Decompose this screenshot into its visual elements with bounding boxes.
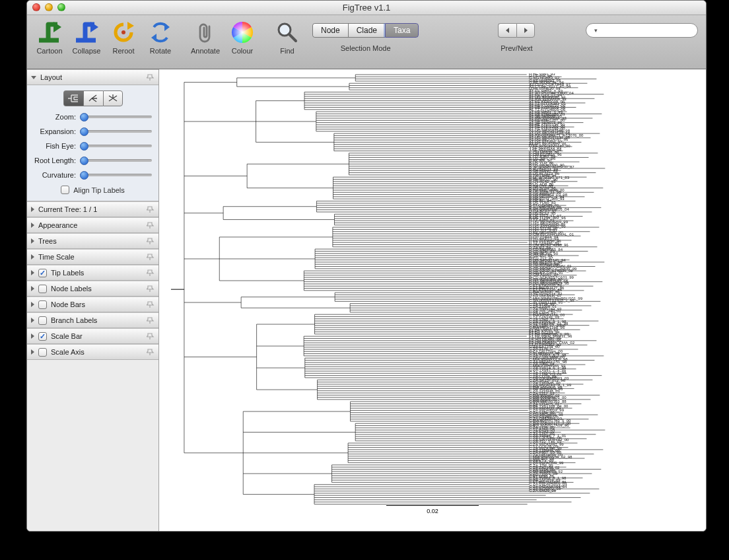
disclosure-closed-icon <box>31 349 34 355</box>
section-label: Trees <box>38 237 57 245</box>
annotate-button[interactable]: Annotate <box>187 17 224 55</box>
selection-mode-segmented[interactable]: Node Clade Taxa <box>312 23 419 38</box>
pin-icon[interactable] <box>147 269 155 277</box>
align-tip-labels-label: Align Tip Labels <box>73 186 125 194</box>
pin-icon[interactable] <box>147 300 155 308</box>
section-label: Time Scale <box>38 253 75 261</box>
app-window: FigTree v1.1 Cartoon <box>26 0 707 532</box>
titlebar: FigTree v1.1 <box>27 1 706 15</box>
cartoon-icon <box>36 19 63 46</box>
layout-style-segmented[interactable] <box>34 90 152 106</box>
section-label: Tip Labels <box>51 269 84 277</box>
annotate-label: Annotate <box>191 47 220 55</box>
scale-bar-value: 0.02 <box>386 508 479 514</box>
sidebar-section-node-bars[interactable]: Node Bars <box>27 297 158 312</box>
fisheye-slider-row: Fish Eye: <box>34 142 152 150</box>
section-checkbox[interactable] <box>38 316 47 325</box>
collapse-label: Collapse <box>73 47 101 55</box>
curvature-slider-label: Curvature: <box>34 171 76 179</box>
pin-icon[interactable] <box>147 348 155 356</box>
prevnext-segmented[interactable] <box>498 23 535 38</box>
zoom-slider[interactable] <box>80 116 152 118</box>
curvature-slider[interactable] <box>80 174 152 176</box>
zoom-slider-label: Zoom: <box>34 113 76 121</box>
sidebar-section-scale-bar[interactable]: Scale Bar <box>27 328 158 344</box>
disclosure-closed-icon <box>31 270 34 275</box>
selection-mode-clade[interactable]: Clade <box>348 23 385 38</box>
search-dropdown-icon[interactable]: ▾ <box>594 27 598 34</box>
section-checkbox[interactable] <box>38 300 47 309</box>
pin-icon[interactable] <box>147 73 155 81</box>
sidebar-section-node-labels[interactable]: Node Labels <box>27 281 158 297</box>
pin-icon[interactable] <box>147 332 155 340</box>
find-button[interactable]: Find <box>269 17 306 55</box>
cartoon-button[interactable]: Cartoon <box>31 17 68 55</box>
rootlength-slider-row: Root Length: <box>34 157 152 164</box>
collapse-icon <box>73 19 100 46</box>
sidebar: Layout Zoom: <box>27 69 159 531</box>
find-label: Find <box>280 47 294 55</box>
layout-rectangular-icon[interactable] <box>63 90 83 106</box>
layout-radial-icon[interactable] <box>103 90 123 106</box>
tip-labels-overlay: H.BE.V991_93 H.CF.056_96 G.NG.NG083_92 G… <box>529 73 702 498</box>
fisheye-slider[interactable] <box>80 145 152 147</box>
toolbar: Cartoon Collapse <box>27 15 706 69</box>
disclosure-closed-icon <box>31 318 34 323</box>
section-label: Scale Bar <box>51 332 83 340</box>
selection-mode-node[interactable]: Node <box>312 23 348 38</box>
sidebar-section-appearance[interactable]: Appearance <box>27 217 158 233</box>
disclosure-closed-icon <box>31 223 34 228</box>
pin-icon[interactable] <box>147 285 155 293</box>
minimize-window-button[interactable] <box>45 3 53 11</box>
reroot-label: Reroot <box>112 47 134 55</box>
rotate-label: Rotate <box>150 47 171 55</box>
paperclip-icon <box>192 19 219 46</box>
pin-icon[interactable] <box>147 221 155 229</box>
section-label: Node Bars <box>51 300 85 308</box>
rotate-button[interactable]: Rotate <box>142 17 179 55</box>
collapse-button[interactable]: Collapse <box>68 17 105 55</box>
search-field[interactable]: ▾ <box>586 23 698 38</box>
disclosure-closed-icon <box>31 238 34 244</box>
reroot-button[interactable]: Reroot <box>105 17 142 55</box>
section-checkbox[interactable] <box>38 269 47 277</box>
sidebar-section-tip-labels[interactable]: Tip Labels <box>27 265 158 281</box>
align-tip-labels-checkbox[interactable] <box>61 186 69 194</box>
layout-panel-header[interactable]: Layout <box>27 69 158 85</box>
layout-polar-icon[interactable] <box>83 90 103 106</box>
sidebar-section-time-scale[interactable]: Time Scale <box>27 249 158 265</box>
zoom-slider-row: Zoom: <box>34 113 152 121</box>
expansion-slider[interactable] <box>80 130 152 133</box>
close-window-button[interactable] <box>32 3 40 11</box>
expansion-slider-label: Expansion: <box>34 127 76 135</box>
pin-icon[interactable] <box>147 237 155 245</box>
sidebar-section-trees[interactable]: Trees <box>27 233 158 249</box>
disclosure-closed-icon <box>31 333 34 339</box>
scale-bar: 0.02 <box>386 505 479 514</box>
svg-point-0 <box>122 30 125 34</box>
next-button[interactable] <box>516 23 535 38</box>
section-checkbox[interactable] <box>38 332 47 341</box>
cartoon-label: Cartoon <box>36 47 62 55</box>
section-checkbox[interactable] <box>38 348 47 357</box>
search-input[interactable] <box>600 26 694 35</box>
layout-panel-body: Zoom: Expansion: Fish Eye: Root Length: … <box>27 85 158 201</box>
selection-mode-taxa[interactable]: Taxa <box>385 23 419 38</box>
disclosure-closed-icon <box>31 302 34 307</box>
disclosure-closed-icon <box>31 254 34 260</box>
curvature-slider-row: Curvature: <box>34 171 152 179</box>
zoom-window-button[interactable] <box>57 3 65 11</box>
sidebar-section-branch-labels[interactable]: Branch Labels <box>27 312 158 328</box>
sidebar-section-current-tree-1-1[interactable]: Current Tree: 1 / 1 <box>27 201 158 217</box>
rootlength-slider-label: Root Length: <box>34 157 76 164</box>
pin-icon[interactable] <box>147 316 155 324</box>
sidebar-section-scale-axis[interactable]: Scale Axis <box>27 344 158 360</box>
rootlength-slider[interactable] <box>80 159 152 162</box>
prev-button[interactable] <box>498 23 516 38</box>
prevnext-label: Prev/Next <box>501 44 532 52</box>
pin-icon[interactable] <box>147 253 155 261</box>
pin-icon[interactable] <box>147 205 155 213</box>
colour-button[interactable]: Colour <box>224 17 261 55</box>
section-checkbox[interactable] <box>38 285 47 293</box>
tree-canvas[interactable]: H.BE.V991_93 H.CF.056_96 G.NG.NG083_92 G… <box>159 69 706 531</box>
